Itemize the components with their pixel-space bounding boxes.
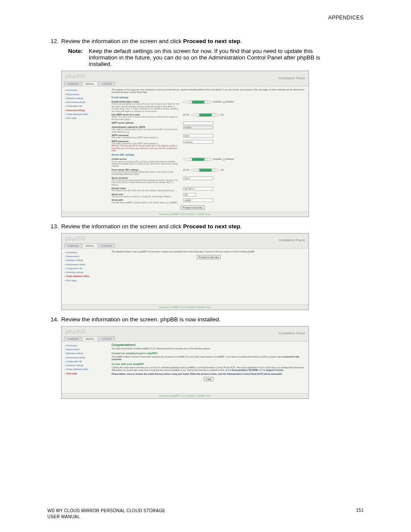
auth-val: PLAIN [184,127,190,129]
congrats-body: You have successfully installed phpBB 3.… [112,347,306,350]
sidebar-item[interactable]: Final stage [64,116,109,120]
radio-icon[interactable] [183,169,185,171]
congrats-head: Congratulations! [112,343,306,347]
radio-icon[interactable] [223,159,225,161]
sidebar-item[interactable]: Configuration file [64,104,109,108]
smtppass-title: SMTP password: [112,140,129,143]
sidebar-item[interactable]: Administrator details [64,262,109,266]
domain-title: Domain name: [112,187,126,190]
sidebar-item[interactable]: Advanced settings [64,364,109,367]
login-button[interactable]: Login [204,377,213,381]
tab-overview[interactable]: OVERVIEW [64,243,82,248]
usesmtp-ctrl[interactable]: Yes No [183,113,306,121]
note-label: Note: [68,48,89,67]
sidebar-item[interactable]: Advanced settings [64,271,109,274]
sidebar-item[interactable]: Requirements [64,348,109,352]
sidebar-item[interactable]: Database settings [64,352,109,355]
content: Congratulations! You have successfully i… [112,343,306,392]
cookie-desc: If your server is running via SSL set th… [112,161,181,168]
smtpuser-desc: Only enter a username if your SMTP serve… [112,137,181,139]
sidebar-item[interactable]: Introduction [64,343,109,347]
proceed-button[interactable]: Proceed to next step [181,205,205,210]
sidebar-item[interactable]: Create database tables [64,367,109,371]
content: The database tables used by phpBB 3.0 ha… [112,250,306,303]
script-input[interactable]: /phpBB [183,199,213,202]
smtpaddr-input[interactable] [183,121,213,125]
shot-footer: Powered by phpBB® Forum Software © phpBB… [62,393,308,398]
tab-convert[interactable]: CONVERT [99,243,115,248]
sidebar-item[interactable]: Create database tables [64,274,109,278]
sidebar-item[interactable]: Final stage [64,278,109,282]
panel-title: Installation Panel [279,238,305,243]
sidebar: IntroductionRequirementsDatabase setting… [64,88,112,210]
radio-icon[interactable] [183,158,213,161]
footer-line1: WD MY CLOUD MIRROR PERSONAL CLOUD STORAG… [47,508,165,514]
port-input[interactable]: 443 [183,193,196,196]
sidebar-item[interactable]: Create database tables [64,112,109,116]
tab-install[interactable]: INSTALL [83,336,98,341]
port-desc: The port your server is running on, usua… [112,196,181,198]
shot-footer: Powered by phpBB® Forum Software © phpBB… [62,212,308,216]
tabs: OVERVIEW INSTALL CONVERT [62,81,308,87]
proto-title: Server protocol: [112,177,128,179]
step-12-text-b: . [240,38,242,44]
smtpuser-title: SMTP username: [112,134,129,137]
golive-link2[interactable]: Support Forums [266,369,283,371]
golive-mid: and the [258,369,266,371]
proto-input[interactable]: https:// [183,177,213,180]
step-13-bold: Proceed to next step [183,223,240,230]
auth-desc: Only used if a username/password is set,… [112,128,181,133]
proceed-button[interactable]: Proceed to next step [197,255,221,259]
sidebar-item[interactable]: Advanced settings [64,108,109,112]
screenshot-1: phpBB Installation Panel OVERVIEW INSTAL… [61,71,309,217]
golive-head: Go live with your phpBB3! [112,363,306,366]
smtppass-input[interactable]: ●●●●●●● [183,140,213,143]
radio-icon[interactable] [190,168,221,172]
sidebar-item[interactable]: Requirements [64,92,109,96]
email-settings-head: E-mail settings [112,96,306,99]
force-ctrl[interactable]: Yes No [183,168,306,176]
auth-select[interactable]: PLAIN ▾ [183,126,213,129]
tabs: OVERVIEW INSTALL CONVERT [62,336,308,342]
force-desc: If set to yes the server settings define… [112,171,181,176]
sidebar-item[interactable]: Configuration file [64,359,109,363]
note-body: Keep the default settings on this screen… [89,48,327,67]
tab-convert[interactable]: CONVERT [99,81,115,86]
db-msg: The database tables used by phpBB 3.0 ha… [112,250,305,253]
sidebar-item[interactable]: Configuration file [64,266,109,270]
tab-install[interactable]: INSTALL [83,81,98,86]
screenshot-3: phpBB Installation Panel OVERVIEW INSTAL… [61,326,309,399]
domain-input[interactable]: 192.168.1.9 [183,187,213,190]
sidebar-item[interactable]: Database settings [64,96,109,100]
tab-convert[interactable]: CONVERT [99,336,115,341]
opt-no: No [221,168,224,171]
sidebar-item[interactable]: Requirements [64,255,109,258]
sidebar-item[interactable]: Introduction [64,250,109,254]
radio-icon[interactable] [190,113,221,117]
sidebar-item[interactable]: Administrator details [64,100,109,104]
tab-overview[interactable]: OVERVIEW [64,81,82,86]
sidebar-item[interactable]: Database settings [64,258,109,262]
radio-icon[interactable] [223,101,225,103]
boardwide-ctrl[interactable]: Enabled Disabled [183,100,306,112]
sidebar-item[interactable]: Administrator details [64,355,109,359]
radio-icon[interactable] [183,100,213,104]
cookie-ctrl[interactable]: Enabled Disabled [183,158,306,167]
step-12-bold: Proceed to next step [183,38,240,44]
smtpuser-input[interactable]: tester [183,134,213,137]
convert-head: Convert an existing board to phpBB3 [112,352,306,355]
boardwide-title: Enable board-wide e-mails: [112,100,140,103]
step-12-text-a: Review the information on the screen and… [61,38,183,44]
footer-page-num: 151 [356,508,364,520]
opt-yes: Yes [186,168,189,171]
golive-link1[interactable]: Documentation, README [232,369,258,371]
step-13-text-a: Review the information on the screen and… [61,223,183,230]
radio-icon[interactable] [183,114,185,116]
sidebar-item[interactable]: Introduction [64,88,109,92]
sidebar-item[interactable]: Final stage [64,371,109,375]
port-title: Server port: [112,193,124,196]
tab-install[interactable]: INSTALL [83,243,98,248]
page-footer: WD MY CLOUD MIRROR PERSONAL CLOUD STORAG… [47,508,364,520]
tab-overview[interactable]: OVERVIEW [64,336,82,341]
logo: phpBB [65,328,86,336]
